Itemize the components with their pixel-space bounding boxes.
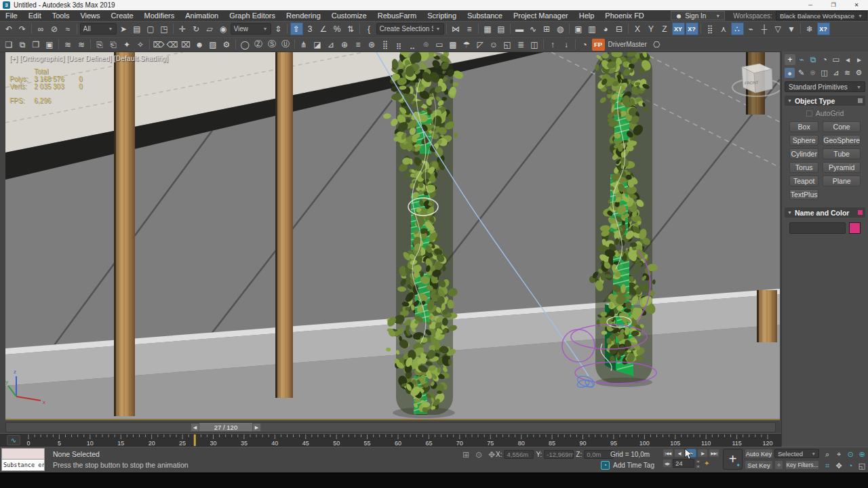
workspace-dropdown[interactable]: Black Balance Workspace ▼ [776,11,867,20]
previous-frame-button[interactable]: ◀| [674,449,685,458]
object-type-button[interactable]: TextPlus [789,189,818,200]
menu-item[interactable]: Help [574,12,600,20]
display-icon[interactable]: ◱▼ [501,38,514,51]
particles-2-icon[interactable]: ⣶▼ [393,38,406,51]
go-to-start-button[interactable]: |◀◀ [663,449,673,458]
menu-item[interactable]: Phoenix FD [599,12,649,20]
use-pivot-center-icon[interactable]: ⇕▼ [272,22,285,35]
particles-3-icon[interactable]: ⣀▼ [406,38,419,51]
menu-item[interactable]: Animation [180,12,224,20]
unlink-selection-icon[interactable]: ⊘▼ [48,22,61,35]
current-frame-display[interactable]: 27 / 120 [199,423,252,432]
snap-normal-icon[interactable]: ▼▼ [785,22,798,35]
minimize-button[interactable]: ─ [799,0,822,10]
object-type-button[interactable]: Pyramid [823,162,861,173]
object-type-button[interactable]: Sphere [789,135,818,146]
align-icon[interactable]: ≡▼ [463,22,476,35]
object-type-button[interactable]: GeoSphere [823,135,861,146]
time-slider-track[interactable]: ◀ 27 / 120 ▶ [5,422,776,432]
object-type-button[interactable]: Box [789,121,818,132]
object-type-button[interactable]: Cylinder [789,148,818,159]
previous-key-icon[interactable]: ◀ [191,423,199,432]
light-bulb-icon[interactable]: ⌾▼ [420,38,433,51]
drivermaster-logo-icon[interactable]: ⎔▼ [650,38,663,51]
script-id-icon[interactable]: ✧▼ [134,38,147,51]
hatch-icon[interactable]: ▨▼ [207,38,220,51]
selection-set-keying-dropdown[interactable]: Selected▼ [774,449,819,458]
selection-filter-dropdown[interactable]: All▼ [80,23,117,35]
menu-item[interactable]: Project Manager [508,12,574,20]
snap-constraint-button[interactable]: X?▼ [686,22,698,35]
cleanup-mi-icon[interactable]: ⌫▼ [166,38,179,51]
schematic-view-icon[interactable]: ⊞▼ [540,22,553,35]
menu-item[interactable]: Graph Editors [224,12,281,20]
select-and-place-icon[interactable]: ◉▼ [217,22,230,35]
set-key-button[interactable]: Set Key [745,460,773,470]
snap-vertex-icon[interactable]: ∴▼ [731,22,744,35]
arrow-up-icon[interactable]: ↑▼ [547,38,559,51]
maximize-viewport-icon[interactable]: ◱ [856,460,867,471]
select-and-link-icon[interactable]: ∞▼ [35,22,47,35]
next-key-icon[interactable]: ▶ [252,423,261,432]
category-geometry[interactable]: ● [785,68,795,78]
settings-gear-icon[interactable]: ⚙▼ [220,38,233,51]
circle-z-script-icon[interactable]: Ⓩ▼ [252,38,265,51]
delete-icon[interactable]: ⌧▼ [180,38,193,51]
menu-item[interactable]: Substance [462,12,508,20]
add-key-button[interactable]: +✦ [723,449,743,470]
object-color-swatch[interactable] [849,222,861,234]
absolute-mode-icon[interactable]: ✥ [487,450,496,460]
key-icon[interactable]: ✦ [704,459,709,468]
track-tool-icon[interactable]: ◔▼ [578,38,591,51]
rollout-pin-icon[interactable] [858,210,863,215]
category-shapes[interactable]: ✎ [796,68,806,78]
rendered-frame-icon[interactable]: ▥▼ [586,22,599,35]
viewport-scene[interactable]: zxyFRONT [5,52,780,420]
menu-item[interactable]: Rendering [281,12,326,20]
menu-item[interactable]: Tools [47,12,75,20]
menu-item[interactable]: RebusFarm [372,12,422,20]
select-and-rotate-icon[interactable]: ↻▼ [190,22,203,35]
snap-face-icon[interactable]: ▽▼ [772,22,785,35]
align-lines-icon[interactable]: ≡▼ [352,38,365,51]
snap-pivot-icon[interactable]: ⋏▼ [717,22,730,35]
attach-cmt-icon[interactable]: ⎗▼ [107,38,120,51]
scene-explorer-icon[interactable]: ▦▼ [481,22,494,35]
macro-recorder-line[interactable] [2,449,44,460]
zoom-extents-icon[interactable]: ⊙ [845,449,856,460]
z-coordinate-field[interactable]: 0,0m [584,450,614,459]
viewport-label[interactable]: [+] [Orthographic] [User Defined] [Defau… [9,55,168,62]
undo-icon[interactable]: ↶▼ [3,22,16,35]
sphere-dots-icon[interactable]: ⊛▼ [366,38,378,51]
tab-motion[interactable]: ◔ [819,54,830,65]
tab-modify[interactable]: ⌁ [796,54,807,65]
state-sets-icon[interactable]: ⊟▼ [613,22,626,35]
menu-item[interactable]: Views [75,12,105,20]
menu-item[interactable]: File [0,12,23,20]
xy-constraint-button[interactable]: XY▼ [672,22,685,35]
z-constraint-button[interactable]: Z▼ [658,22,671,35]
arrow-down-icon[interactable]: ↓▼ [560,38,573,51]
go-to-end-button[interactable]: ▶▶| [709,449,719,458]
render-production-icon[interactable]: ◕▼ [599,22,612,35]
add-time-tag[interactable]: ◔ Add Time Tag [601,461,654,470]
camera-tool-icon[interactable]: ◫▼ [528,38,541,51]
snaps-toggle-icon[interactable]: 3▼ [304,22,317,35]
object-type-header[interactable]: ▼ Object Type [785,96,865,106]
snap-endpoint-icon[interactable]: ⌁▼ [745,22,757,35]
percent-snap-icon[interactable]: %▼ [331,22,344,35]
select-and-move-icon[interactable]: ✛▼ [176,22,189,35]
auto-key-button[interactable]: Auto Key [745,449,773,458]
sphere-wire-icon[interactable]: ⊕▼ [338,38,351,51]
tab-scroll-right-icon[interactable]: ▸ [854,54,865,65]
vehicle-tool-icon[interactable]: ⊿▼ [325,38,338,51]
attach-icon[interactable]: ⎘▼ [94,38,106,51]
select-body-icon[interactable]: ☻▼ [193,38,206,51]
paste-instance-icon[interactable]: ▣▼ [43,38,56,51]
tab-hierarchy[interactable]: ⧉ [808,54,818,65]
reference-coordinate-dropdown[interactable]: View▼ [231,23,271,35]
x-coordinate-field[interactable]: 4,556m [504,450,534,459]
script-e-icon[interactable]: ✦▼ [121,38,134,51]
category-space-warps[interactable]: ≋ [842,68,852,78]
current-frame-field[interactable]: 24 [673,459,694,468]
